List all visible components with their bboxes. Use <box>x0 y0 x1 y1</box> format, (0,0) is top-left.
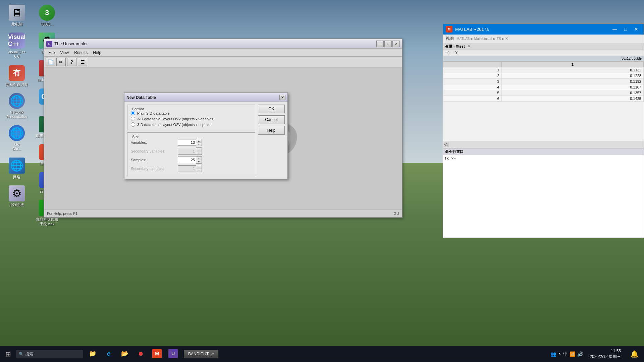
taskbar-record[interactable]: ⏺ <box>133 347 148 361</box>
cancel-button[interactable]: Cancel <box>258 115 285 124</box>
matlab-vars-header: 变量 - Xtest ✕ <box>443 43 644 50</box>
desktop-icon-chrome[interactable]: 🌐 GoChr... <box>3 124 30 153</box>
notification-icon[interactable]: 🔔 <box>628 350 641 358</box>
matlab-close-btn[interactable]: ✕ <box>632 24 641 34</box>
sec-samples-spinbox: ▲ ▼ <box>178 165 202 172</box>
desktop-icon-youdao[interactable]: 有 网易有道词典 <box>3 64 30 88</box>
tray-volume-icon[interactable]: 🔊 <box>577 351 583 357</box>
matlab-size-info: 36x12 double <box>443 56 644 61</box>
taskbar-file-explorer[interactable]: 📁 <box>85 347 100 361</box>
desktop: 🖥 此电脑 VisualC++ Visual C++6.0 有 网易有道词典 🌐… <box>0 0 644 362</box>
dialog-close-btn[interactable]: ✕ <box>279 95 285 100</box>
matlab-minimize-btn[interactable]: — <box>610 24 620 34</box>
sec-samples-decrement-btn: ▼ <box>196 169 202 172</box>
samples-input[interactable] <box>178 157 196 163</box>
new-data-table-dialog: New Data Table ✕ Format Plain 2-D data t… <box>124 93 288 179</box>
table-row: 20.1223 <box>443 73 644 79</box>
sec-samples-input <box>178 165 196 172</box>
unscrambler-close-btn[interactable]: ✕ <box>392 41 400 47</box>
chrome-icon-label: GoChr... <box>12 142 21 151</box>
taskbar-search[interactable]: 🔍 搜索 <box>16 350 83 358</box>
desktop-icon-internet[interactable]: 🌐 网络 <box>3 156 30 181</box>
taskbar-apps: 📁 e 📂 ⏺ M U BANDICUT ↗ <box>83 347 548 361</box>
toolbar-menu-btn[interactable]: ☰ <box>78 58 87 66</box>
taskbar-unscrambler[interactable]: U <box>166 347 180 361</box>
samples-row: Samples: ▲ ▼ <box>131 156 252 164</box>
samples-increment-btn[interactable]: ▲ <box>196 157 202 160</box>
variables-input[interactable] <box>178 139 196 146</box>
matlab-scroll-area: ◁ <box>443 141 644 148</box>
matlab-cmd-area[interactable]: fx >> <box>443 155 644 237</box>
variables-increment-btn[interactable]: ▲ <box>196 139 202 142</box>
matlab-scroll-left[interactable]: ◁ <box>444 142 449 147</box>
matlab-ribbon-tab-view[interactable]: 视图 <box>446 36 454 42</box>
variables-label: Variables: <box>131 140 178 144</box>
matlab-close-panel-icon[interactable]: ✕ <box>468 45 470 48</box>
matlab-maximize-btn[interactable]: □ <box>621 24 630 34</box>
desktop-icon-360[interactable]: 3 360安... <box>34 3 60 28</box>
radio-plain2d-label: Plain 2-D data table <box>137 111 170 115</box>
unscrambler-window-controls: — □ ✕ <box>376 41 400 47</box>
ok-button[interactable]: OK <box>258 105 285 113</box>
menu-file[interactable]: File <box>46 50 57 56</box>
toolbar-help-btn[interactable]: ? <box>67 58 76 66</box>
variables-decrement-btn[interactable]: ▼ <box>196 142 202 146</box>
unscrambler-titlebar: U The Unscrambler — □ ✕ <box>44 39 402 49</box>
tray-icons: 👥 ∧ 中 📶 🔊 <box>550 351 583 357</box>
clock-time: 11:55 <box>590 348 621 354</box>
desktop-icon-network[interactable]: 🌐 NetworkPresentation <box>3 92 30 120</box>
table-row: 60.1425 <box>443 96 644 102</box>
unscrambler-title: The Unscrambler <box>54 41 376 46</box>
desktop-icon-pc[interactable]: 🖥 此电脑 <box>3 3 30 28</box>
youdao-icon-label: 网易有道词典 <box>6 82 28 87</box>
sec-variables-increment-btn: ▲ <box>196 148 202 151</box>
taskbar-explorer[interactable]: 📂 <box>117 347 132 361</box>
sec-samples-spinbox-btns: ▲ ▼ <box>196 165 202 172</box>
start-button[interactable]: ⊞ <box>0 346 16 362</box>
radio-o2v-label: 3-D data table, layout O2V (objects x ob… <box>137 123 212 127</box>
menu-help[interactable]: Help <box>90 50 104 56</box>
matlab-vars-toolbar: +1 Y <box>443 50 644 56</box>
menu-results[interactable]: Results <box>71 50 90 56</box>
table-header-val: 1 <box>501 62 643 67</box>
radio-ov2-label: 3-D data table, layout OV2 (objects x va… <box>137 117 213 121</box>
samples-decrement-btn[interactable]: ▼ <box>196 160 202 163</box>
tray-network-icon[interactable]: 👥 <box>550 351 556 357</box>
matlab-path: MATLAB ▶ Matlabinstal ▶ ZS ▶ X <box>457 37 641 41</box>
toolbar-new-btn[interactable]: 📄 <box>46 58 55 66</box>
toolbar-edit-btn[interactable]: ✏ <box>56 58 66 66</box>
sec-samples-row: Secondary samples: ▲ ▼ <box>131 165 252 172</box>
matlab-window-controls: — □ ✕ <box>610 24 641 34</box>
bandicut-button[interactable]: BANDICUT ↗ <box>184 350 218 358</box>
menu-view[interactable]: View <box>57 50 71 56</box>
matlab-vars-title: 变量 - Xtest <box>445 44 465 49</box>
sec-samples-increment-btn: ▲ <box>196 165 202 169</box>
taskbar-clock[interactable]: 11:55 2020/2/12 星期三 <box>586 348 625 360</box>
desktop-icon-vc[interactable]: VisualC++ Visual C++6.0 <box>3 31 30 60</box>
table-row: 10.1132 <box>443 67 644 73</box>
dialog-buttons: OK Cancel Help <box>258 105 285 176</box>
radio-o2v[interactable] <box>131 122 135 127</box>
taskbar-matlab[interactable]: M <box>150 347 164 361</box>
bandicut-taskbar-area: BANDICUT ↗ <box>184 350 218 358</box>
radio-plain2d[interactable] <box>131 111 135 115</box>
radio-ov2[interactable] <box>131 117 135 121</box>
vc-icon: VisualC++ <box>9 33 25 49</box>
taskbar-edge[interactable]: e <box>101 347 116 361</box>
tray-wifi-icon[interactable]: 📶 <box>570 351 575 357</box>
format-fieldset: Format Plain 2-D data table 3-D data tab… <box>127 105 255 130</box>
network-icon: 🌐 <box>9 93 25 109</box>
search-icon: 🔍 <box>19 352 24 356</box>
help-button[interactable]: Help <box>258 126 285 135</box>
samples-label: Samples: <box>131 158 178 162</box>
matlab-window: M MATLAB R2017a — □ ✕ 视图 MATLAB ▶ Matlab… <box>443 23 644 238</box>
tray-kb-icon[interactable]: 中 <box>563 351 568 357</box>
chrome-icon: 🌐 <box>9 125 25 141</box>
food-icon-label: 食品鲜味检测手段.xlsx <box>36 217 58 226</box>
unscrambler-minimize-btn[interactable]: — <box>376 41 384 47</box>
desktop-icon-control[interactable]: ⚙ 控制面板 <box>3 184 30 208</box>
radio-row-ov2: 3-D data table, layout OV2 (objects x va… <box>131 117 252 121</box>
tray-expand-icon[interactable]: ∧ <box>558 352 561 356</box>
unscrambler-body: CAMO New Data Table ✕ Format <box>44 67 402 209</box>
unscrambler-maximize-btn[interactable]: □ <box>384 41 392 47</box>
